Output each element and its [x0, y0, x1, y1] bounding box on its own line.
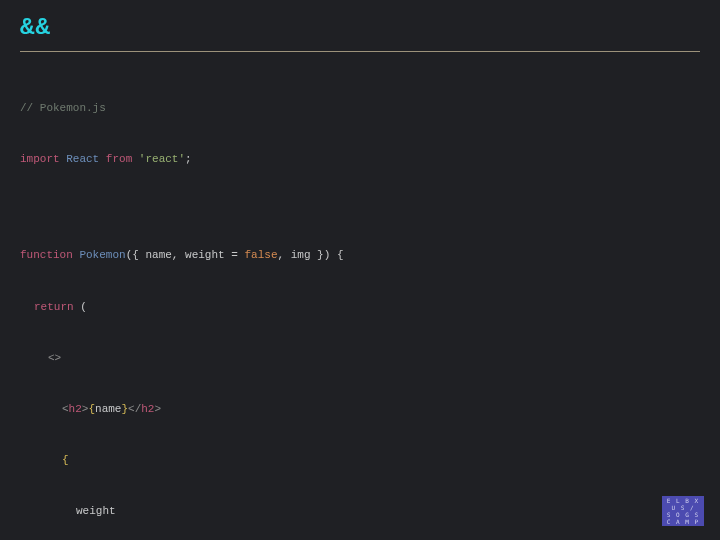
code-line: {: [20, 452, 700, 469]
slide: && // Pokemon.js import React from 'reac…: [0, 0, 720, 540]
code-line: <>: [20, 350, 700, 367]
code-line: import React from 'react';: [20, 151, 700, 168]
code-line: function Pokemon({ name, weight = false,…: [20, 247, 700, 264]
slide-title: &&: [20, 14, 700, 51]
code-comment: // Pokemon.js: [20, 102, 106, 114]
divider: [20, 51, 700, 52]
code-line: weight: [20, 503, 700, 520]
code-block: // Pokemon.js import React from 'react';…: [20, 66, 700, 540]
code-line: return (: [20, 299, 700, 316]
brand-badge-text: E L B X U S / S O G S C A M P: [667, 497, 699, 525]
code-line: <h2>{name}</h2>: [20, 401, 700, 418]
brand-badge: E L B X U S / S O G S C A M P: [662, 496, 704, 526]
